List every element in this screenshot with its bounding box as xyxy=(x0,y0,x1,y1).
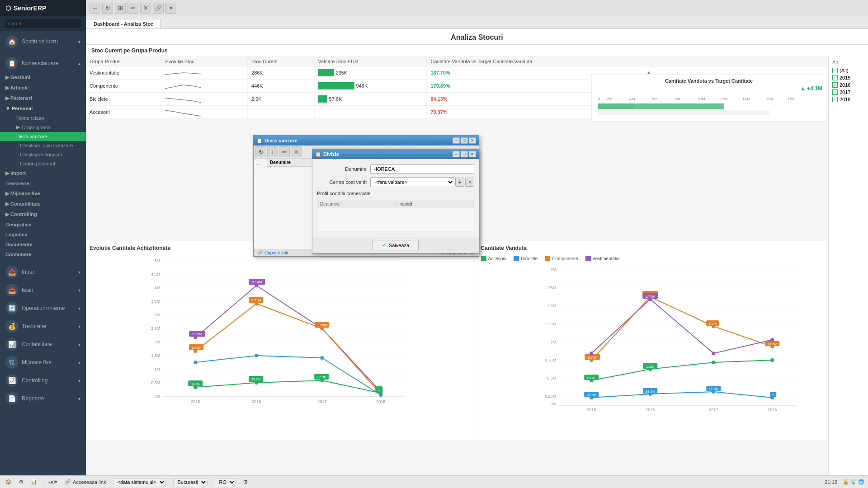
status-bucuresti[interactable]: Bucuresti xyxy=(171,478,209,486)
sidebar-nav: 🏠 Spatiu de lucru ▾ 📋 Nomenclatoare ▴ ▶ … xyxy=(0,31,86,488)
sidebar-item-trezorerie-bottom[interactable]: 💰 Trezorerie ▾ xyxy=(0,317,86,335)
sidebar-item-contabilitate[interactable]: ▶ Contabilitate xyxy=(0,199,86,209)
diviz-minimize-btn[interactable]: ─ xyxy=(453,137,460,144)
sidebar-item-divizi-vanzare[interactable]: Divizi vanzare xyxy=(0,132,86,141)
an-filter-all[interactable]: ✓ (All) xyxy=(832,68,864,73)
sidebar-item-logistica[interactable]: Logistica xyxy=(0,230,86,239)
an-check-2015[interactable]: ✓ xyxy=(832,75,838,80)
sidebar-item-contabilitate-bottom[interactable]: 📊 Contabilitate ▾ xyxy=(0,335,86,353)
centre-cost-add-btn[interactable]: + xyxy=(455,178,464,187)
sidebar-item-organigrama[interactable]: ▶ Organigrama xyxy=(0,122,86,132)
status-acceseaza[interactable]: 🔗 Acceseaza link xyxy=(63,479,108,485)
sidebar-item-iesiri[interactable]: 📤 Iesiri ▾ xyxy=(0,281,86,299)
status-analytics[interactable]: 📊 xyxy=(29,479,39,485)
diviz-refresh-btn[interactable]: ↻ xyxy=(255,146,266,157)
form-row-denumire: Denumire xyxy=(312,163,479,175)
sidebar: ⬡ SeniorERP 🏠 Spatiu de lucru ▾ 📋 Nomenc… xyxy=(0,0,86,488)
ro-select[interactable]: RO xyxy=(215,478,236,486)
sidebar-item-articole[interactable]: ▶ Articole xyxy=(0,83,86,93)
an-check-2017[interactable]: ✓ xyxy=(832,89,838,95)
centre-cost-clear-btn[interactable]: ✕ xyxy=(465,178,474,187)
svg-text:2016: 2016 xyxy=(646,408,655,412)
an-filter-title: An xyxy=(832,60,864,65)
sidebar-item-mijloace-fixe-bottom[interactable]: 🏗 Mijloace fixe ▾ xyxy=(0,353,86,371)
divizie-close-btn[interactable]: ✕ xyxy=(469,151,476,157)
toolbar-back-btn[interactable]: ← xyxy=(90,3,100,14)
sidebar-item-documente[interactable]: Documente xyxy=(0,239,86,249)
legend-dot-vestimentatie xyxy=(585,256,591,261)
sidebar-item-rapoarte[interactable]: 📄 Rapoarte ▾ xyxy=(0,389,86,408)
denumire-input[interactable] xyxy=(370,164,474,174)
sidebar-item-coduri-personal[interactable]: Coduri personal xyxy=(0,159,86,168)
toolbar-refresh-btn[interactable]: ↻ xyxy=(102,3,113,14)
divizie-minimize-btn[interactable]: ─ xyxy=(453,151,460,157)
status-ro[interactable]: RO xyxy=(213,478,238,486)
diviz-delete-btn[interactable]: ✕ xyxy=(291,146,302,157)
svg-text:14M: 14M xyxy=(742,97,750,101)
an-check-2016[interactable]: ✓ xyxy=(832,82,838,88)
diviz-maximize-btn[interactable]: □ xyxy=(461,137,468,144)
toolbar-delete-btn[interactable]: ✕ xyxy=(140,3,151,14)
copy-link-btn[interactable]: 🔗 Copiere link xyxy=(257,250,288,255)
clasificari-divizi-label: Clasificari divizi vanzare xyxy=(20,143,73,148)
diviz-edit-btn[interactable]: ✏ xyxy=(279,146,290,157)
status-data-sistem[interactable]: <data sistemului> xyxy=(111,478,168,486)
data-sistem-select[interactable]: <data sistemului> xyxy=(113,478,166,486)
an-check-2018[interactable]: ✓ xyxy=(832,97,838,102)
svg-point-73 xyxy=(379,393,382,397)
save-button[interactable]: ✔ Salveaza xyxy=(373,240,419,250)
sidebar-item-nomenclatoare[interactable]: 📋 Nomenclatoare ▴ xyxy=(0,54,86,72)
divizie-maximize-btn[interactable]: □ xyxy=(461,151,468,157)
svg-text:2M: 2M xyxy=(607,97,613,101)
svg-text:1.2M: 1.2M xyxy=(708,322,717,326)
diviz-close-btn[interactable]: ✕ xyxy=(469,137,476,144)
sidebar-item-controlling[interactable]: ▶ Controlling xyxy=(0,209,86,220)
an-filter-2018[interactable]: ✓ 2018 xyxy=(832,97,864,102)
sidebar-item-import[interactable]: ▶ Import xyxy=(0,168,86,178)
toolbar-home-btn[interactable]: ⊞ xyxy=(115,3,126,14)
status-layout[interactable]: ⊞ xyxy=(241,479,249,485)
toolbar-link-btn[interactable]: 🔗 xyxy=(153,3,164,14)
sidebar-item-trezorerie[interactable]: Trezorerie xyxy=(0,178,86,188)
status-home[interactable]: 🏠 xyxy=(4,479,14,485)
svg-text:2.22M: 2.22M xyxy=(192,332,203,336)
sidebar-item-personal[interactable]: ▼ Personal xyxy=(0,103,86,113)
sidebar-item-mijloace-fixe[interactable]: ▶ Mijloace fixe xyxy=(0,188,86,199)
legend-label-componente: Componente xyxy=(552,256,578,261)
tab-dashboard[interactable]: Dashboard - Analiza Stoc xyxy=(86,19,161,28)
search-input[interactable] xyxy=(5,19,81,28)
sidebar-item-containere[interactable]: Containere xyxy=(0,249,86,259)
sidebar-item-operatiuni-interne[interactable]: 🔄 Operatiuni interne ▾ xyxy=(0,299,86,317)
status-settings[interactable]: ⚙ xyxy=(17,479,25,485)
an-filter-2017[interactable]: ✓ 2017 xyxy=(832,89,864,95)
sidebar-item-controlling-bottom[interactable]: 📈 Controlling ▾ xyxy=(0,371,86,389)
sidebar-item-clasificare-angajati[interactable]: Clasificare angajati xyxy=(0,150,86,159)
sidebar-item-spatiu[interactable]: 🏠 Spatiu de lucru ▾ xyxy=(0,33,86,51)
cell-grupa: Biciclete xyxy=(86,93,161,106)
sidebar-item-intrari[interactable]: 📥 Intrari ▾ xyxy=(0,263,86,281)
gestiuni-label: ▶ Gestiuni xyxy=(5,75,30,80)
sidebar-item-clasificari-divizi[interactable]: Clasificari divizi vanzare xyxy=(0,141,86,150)
sidebar-item-parteneri[interactable]: ▶ Parteneri xyxy=(0,93,86,103)
status-ad[interactable]: ad▾ xyxy=(47,479,59,485)
toolbar-edit-btn[interactable]: ✏ xyxy=(127,3,138,14)
an-2018-label: 2018 xyxy=(840,97,850,102)
profil-body xyxy=(317,208,474,231)
an-check-all[interactable]: ✓ xyxy=(832,68,838,73)
trezorerie-bottom-icon: 💰 xyxy=(5,320,18,333)
sidebar-item-gestiuni[interactable]: ▶ Gestiuni xyxy=(0,72,86,83)
centre-cost-select[interactable]: <fara valoare> xyxy=(370,177,454,187)
an-filter-2016[interactable]: ✓ 2016 xyxy=(832,82,864,88)
mijloace-fixe-bottom-label: Mijloace fixe xyxy=(22,359,52,366)
svg-text:1.2M: 1.2M xyxy=(646,365,654,369)
spatiu-expand: ▾ xyxy=(78,39,80,44)
sidebar-item-geografice[interactable]: Geografice xyxy=(0,220,86,230)
diviz-add-btn[interactable]: + xyxy=(267,146,278,157)
bucuresti-select[interactable]: Bucuresti xyxy=(173,478,208,486)
cell-stoc-curent: 446K xyxy=(248,80,315,93)
sidebar-item-nomenclator[interactable]: Nomenclator xyxy=(0,113,86,122)
svg-text:2017: 2017 xyxy=(709,408,718,412)
svg-text:5M: 5M xyxy=(155,258,160,263)
toolbar-more-btn[interactable]: ▾ xyxy=(165,3,176,14)
an-filter-2015[interactable]: ✓ 2015 xyxy=(832,75,864,80)
